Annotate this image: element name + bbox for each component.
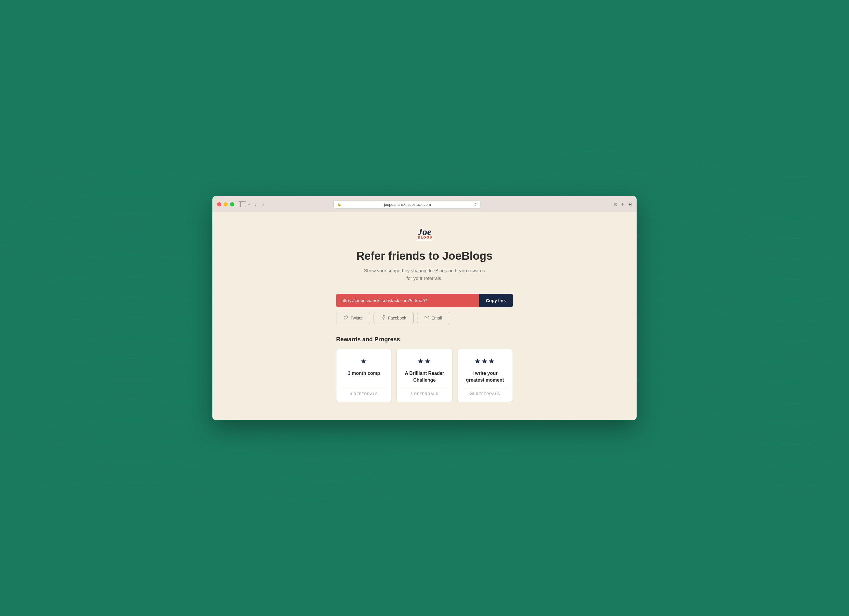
reward-referrals-2: 5 REFERRALS	[411, 392, 438, 396]
url-text: joeposnanski.substack.com	[343, 202, 472, 207]
browser-window: ▾ ‹ › 🔒 joeposnanski.substack.com ↺ ⎋ + …	[212, 196, 637, 420]
browser-actions: ⎋ + ⊞	[614, 201, 632, 208]
reward-referrals-3: 25 REFERRALS	[470, 392, 500, 396]
maximize-button[interactable]	[230, 202, 234, 207]
copy-link-button[interactable]: Copy link	[479, 294, 513, 307]
forward-button[interactable]: ›	[261, 201, 265, 208]
subtitle-line2: for your referrals.	[407, 276, 442, 281]
reward-card-2: ★★ A Brilliant Reader Challenge 5 REFERR…	[396, 349, 452, 402]
twitter-share-button[interactable]: Twitter	[336, 312, 370, 324]
reward-divider-2	[403, 388, 446, 388]
reward-divider-3	[463, 388, 507, 388]
traffic-lights	[217, 202, 234, 207]
page-subtitle: Show your support by sharing JoeBlogs an…	[224, 267, 625, 282]
reward-divider-1	[342, 388, 386, 388]
email-share-button[interactable]: Email	[417, 312, 449, 324]
twitter-label: Twitter	[350, 315, 363, 320]
referral-section: Copy link Twitter	[336, 294, 513, 324]
facebook-share-button[interactable]: Facebook	[374, 312, 413, 324]
back-button[interactable]: ‹	[253, 201, 258, 208]
logo-blogs: BLOGS	[418, 235, 432, 239]
reward-card-1: ★ 3 month comp 3 REFERRALS	[336, 349, 392, 402]
lock-icon: 🔒	[337, 202, 341, 207]
sidebar-toggle[interactable]	[238, 201, 246, 207]
chevron-down-icon[interactable]: ▾	[248, 203, 250, 206]
tabs-button[interactable]: ⊞	[627, 201, 632, 208]
share-browser-button[interactable]: ⎋	[614, 201, 617, 208]
address-bar[interactable]: 🔒 joeposnanski.substack.com ↺	[334, 200, 481, 208]
reload-button[interactable]: ↺	[474, 202, 477, 207]
email-icon	[424, 315, 429, 321]
email-label: Email	[432, 315, 442, 320]
facebook-label: Facebook	[388, 315, 406, 320]
share-buttons: Twitter Facebook	[336, 312, 513, 324]
browser-controls: ▾	[238, 201, 250, 207]
logo-underline	[417, 240, 432, 240]
reward-stars-2: ★★	[417, 357, 432, 365]
close-button[interactable]	[217, 202, 221, 207]
referral-link-row: Copy link	[336, 294, 513, 307]
reward-card-3: ★★★ I write your greatest moment 25 REFE…	[457, 349, 513, 402]
referral-url-input[interactable]	[336, 294, 479, 307]
facebook-icon	[381, 315, 386, 321]
reward-referrals-1: 3 REFERRALS	[350, 392, 378, 396]
browser-chrome: ▾ ‹ › 🔒 joeposnanski.substack.com ↺ ⎋ + …	[212, 196, 637, 212]
new-tab-button[interactable]: +	[621, 201, 624, 208]
reward-stars-1: ★	[360, 357, 368, 365]
reward-name-1: 3 month comp	[348, 370, 380, 376]
address-bar-container: 🔒 joeposnanski.substack.com ↺	[334, 200, 481, 208]
rewards-title: Rewards and Progress	[336, 336, 513, 343]
reward-cards: ★ 3 month comp 3 REFERRALS ★★ A Brillian…	[336, 349, 513, 402]
twitter-icon	[344, 315, 348, 321]
page-title: Refer friends to JoeBlogs	[224, 250, 625, 262]
page-content: Joe BLOGS Refer friends to JoeBlogs Show…	[212, 212, 637, 420]
site-logo: Joe BLOGS	[417, 226, 432, 240]
reward-name-2: A Brilliant Reader Challenge	[403, 370, 446, 383]
reward-name-3: I write your greatest moment	[463, 370, 507, 383]
logo-container: Joe BLOGS	[224, 226, 625, 240]
reward-stars-3: ★★★	[474, 357, 496, 365]
rewards-section: Rewards and Progress ★ 3 month comp 3 RE…	[336, 336, 513, 402]
minimize-button[interactable]	[223, 202, 228, 207]
subtitle-line1: Show your support by sharing JoeBlogs an…	[364, 268, 485, 273]
